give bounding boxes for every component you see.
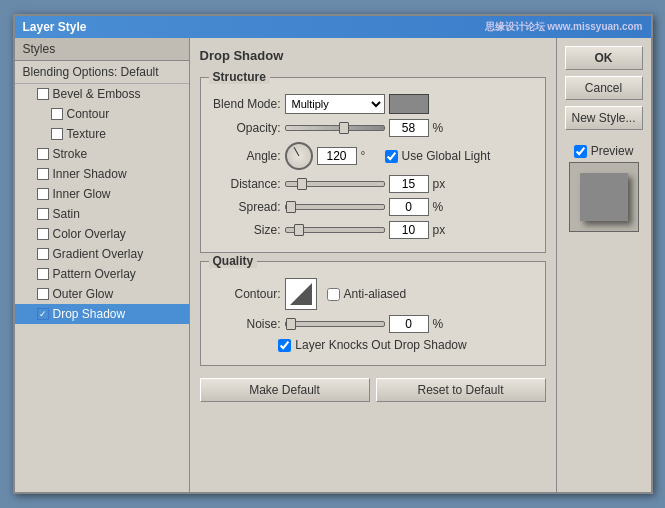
sidebar-item-inner-glow[interactable]: Inner Glow — [15, 184, 189, 204]
pattern-overlay-checkbox[interactable] — [37, 268, 49, 280]
pattern-overlay-label: Pattern Overlay — [53, 267, 136, 281]
texture-checkbox[interactable] — [51, 128, 63, 140]
outer-glow-checkbox[interactable] — [37, 288, 49, 300]
sidebar-item-stroke[interactable]: Stroke — [15, 144, 189, 164]
quality-section: Quality Contour: ▼ Anti-aliased — [200, 261, 546, 366]
drop-shadow-label: Drop Shadow — [53, 307, 126, 321]
angle-input[interactable] — [317, 147, 357, 165]
sidebar-item-bevel[interactable]: Bevel & Emboss — [15, 84, 189, 104]
section-main-title: Drop Shadow — [200, 48, 546, 63]
stroke-label: Stroke — [53, 147, 88, 161]
color-overlay-checkbox[interactable] — [37, 228, 49, 240]
sidebar-item-gradient-overlay[interactable]: Gradient Overlay — [15, 244, 189, 264]
bottom-buttons: Make Default Reset to Default — [200, 374, 546, 406]
spread-unit: % — [433, 200, 453, 214]
sidebar-item-drop-shadow[interactable]: ✓ Drop Shadow — [15, 304, 189, 324]
texture-label: Texture — [67, 127, 106, 141]
watermark: 思缘设计论坛 www.missyuan.com — [485, 20, 643, 34]
sidebar-item-texture[interactable]: Texture — [15, 124, 189, 144]
noise-slider-track[interactable] — [285, 321, 385, 327]
opacity-unit: % — [433, 121, 453, 135]
blending-options[interactable]: Blending Options: Default — [15, 61, 189, 84]
gradient-overlay-label: Gradient Overlay — [53, 247, 144, 261]
bevel-checkbox[interactable] — [37, 88, 49, 100]
cancel-button[interactable]: Cancel — [565, 76, 643, 100]
distance-input[interactable] — [389, 175, 429, 193]
spread-input[interactable] — [389, 198, 429, 216]
opacity-row: Opacity: % — [211, 119, 535, 137]
contour-label: Contour: — [211, 287, 281, 301]
opacity-label: Opacity: — [211, 121, 281, 135]
blend-mode-label: Blend Mode: — [211, 97, 281, 111]
make-default-button[interactable]: Make Default — [200, 378, 370, 402]
preview-checkbox[interactable] — [574, 145, 587, 158]
noise-slider-thumb[interactable] — [286, 318, 296, 330]
inner-shadow-checkbox[interactable] — [37, 168, 49, 180]
size-unit: px — [433, 223, 453, 237]
stroke-checkbox[interactable] — [37, 148, 49, 160]
dialog-title: Layer Style — [23, 20, 87, 34]
sidebar-item-color-overlay[interactable]: Color Overlay — [15, 224, 189, 244]
angle-dial[interactable] — [285, 142, 313, 170]
opacity-input[interactable] — [389, 119, 429, 137]
contour-dropdown-arrow: ▼ — [306, 298, 314, 307]
distance-slider-thumb[interactable] — [297, 178, 307, 190]
anti-aliased-text: Anti-aliased — [344, 287, 407, 301]
distance-label: Distance: — [211, 177, 281, 191]
noise-input[interactable] — [389, 315, 429, 333]
global-light-checkbox[interactable] — [385, 150, 398, 163]
preview-inner — [580, 173, 628, 221]
sidebar-item-pattern-overlay[interactable]: Pattern Overlay — [15, 264, 189, 284]
satin-checkbox[interactable] — [37, 208, 49, 220]
structure-title: Structure — [209, 70, 270, 84]
ok-button[interactable]: OK — [565, 46, 643, 70]
noise-row: Noise: % — [211, 315, 535, 333]
size-slider-track[interactable] — [285, 227, 385, 233]
preview-area: Preview — [565, 144, 643, 232]
layer-knocks-checkbox[interactable] — [278, 339, 291, 352]
opacity-slider-track[interactable] — [285, 125, 385, 131]
contour-row: Contour: ▼ Anti-aliased — [211, 278, 535, 310]
layer-knocks-row: Layer Knocks Out Drop Shadow — [211, 338, 535, 352]
sidebar-item-outer-glow[interactable]: Outer Glow — [15, 284, 189, 304]
blend-mode-row: Blend Mode: Multiply Normal Screen — [211, 94, 535, 114]
contour-preview[interactable]: ▼ — [285, 278, 317, 310]
global-light-text: Use Global Light — [402, 149, 491, 163]
distance-slider-track[interactable] — [285, 181, 385, 187]
quality-title: Quality — [209, 254, 258, 268]
inner-glow-checkbox[interactable] — [37, 188, 49, 200]
noise-unit: % — [433, 317, 453, 331]
size-slider-thumb[interactable] — [294, 224, 304, 236]
anti-aliased-label[interactable]: Anti-aliased — [327, 287, 407, 301]
reset-default-button[interactable]: Reset to Default — [376, 378, 546, 402]
middle-panel: Drop Shadow Structure Blend Mode: Multip… — [190, 38, 556, 492]
contour-checkbox[interactable] — [51, 108, 63, 120]
layer-knocks-label[interactable]: Layer Knocks Out Drop Shadow — [278, 338, 466, 352]
spread-row: Spread: % — [211, 198, 535, 216]
gradient-overlay-checkbox[interactable] — [37, 248, 49, 260]
shadow-color-swatch[interactable] — [389, 94, 429, 114]
dialog-body: Styles Blending Options: Default Bevel &… — [15, 38, 651, 492]
distance-unit: px — [433, 177, 453, 191]
drop-shadow-checkbox[interactable]: ✓ — [37, 308, 49, 320]
spread-slider-thumb[interactable] — [286, 201, 296, 213]
color-overlay-label: Color Overlay — [53, 227, 126, 241]
sidebar-item-contour[interactable]: Contour — [15, 104, 189, 124]
blend-mode-select[interactable]: Multiply Normal Screen — [285, 94, 385, 114]
opacity-slider-thumb[interactable] — [339, 122, 349, 134]
anti-aliased-checkbox[interactable] — [327, 288, 340, 301]
structure-section: Structure Blend Mode: Multiply Normal Sc… — [200, 77, 546, 253]
satin-label: Satin — [53, 207, 80, 221]
spread-label: Spread: — [211, 200, 281, 214]
sidebar-item-inner-shadow[interactable]: Inner Shadow — [15, 164, 189, 184]
size-input[interactable] — [389, 221, 429, 239]
contour-label: Contour — [67, 107, 110, 121]
sidebar-item-satin[interactable]: Satin — [15, 204, 189, 224]
size-row: Size: px — [211, 221, 535, 239]
right-panel: OK Cancel New Style... Preview — [556, 38, 651, 492]
spread-slider-track[interactable] — [285, 204, 385, 210]
angle-needle — [293, 147, 299, 156]
new-style-button[interactable]: New Style... — [565, 106, 643, 130]
global-light-label[interactable]: Use Global Light — [385, 149, 491, 163]
angle-row: Angle: ° Use Global Light — [211, 142, 535, 170]
